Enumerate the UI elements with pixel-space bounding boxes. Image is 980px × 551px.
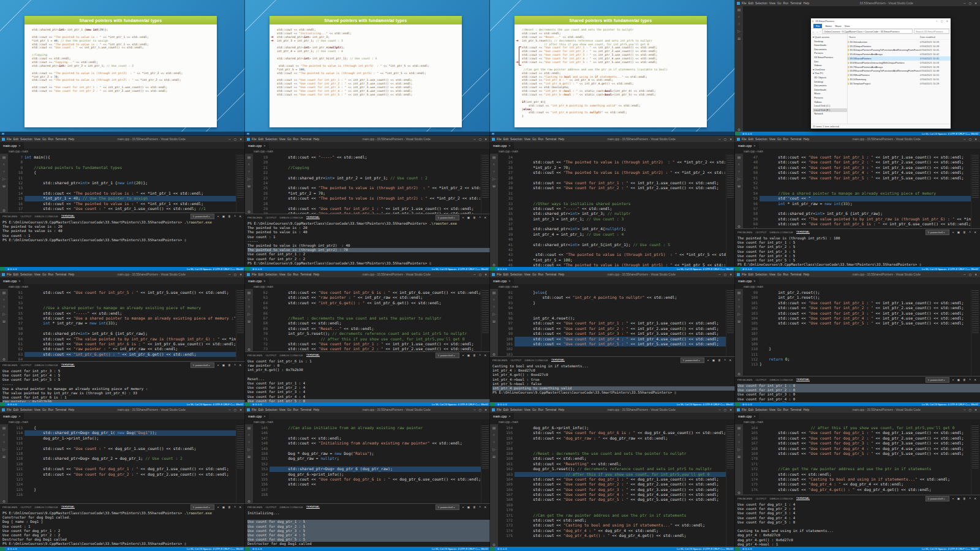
file-row[interactable]: ▮33.9WeakPointers 07/04/2021 10:55File f… [848,73,951,77]
tab-close-icon[interactable]: × [508,279,510,283]
panel-tab-debug-console[interactable]: DEBUG CONSOLE [279,216,303,219]
panel-tab-problems[interactable]: PROBLEMS [492,359,507,362]
search-icon[interactable]: ⌕ [493,162,495,167]
panel-tab-debug-console[interactable]: DEBUG CONSOLE [279,354,303,357]
search-icon[interactable]: ⌕ [493,433,495,437]
window-controls[interactable]: ─ ▢ ✕ [473,273,488,276]
extensions-icon[interactable]: ⊞ [2,319,6,323]
files-icon[interactable]: ▤ [2,290,6,294]
settings-gear-icon[interactable]: ⚙ [2,208,6,212]
tab-close-icon[interactable]: × [508,414,510,418]
menu-item-run[interactable]: Run [48,273,53,276]
explorer-nav-item[interactable]: Pictures [813,96,847,100]
menu-item-file[interactable]: File [7,273,12,276]
editor[interactable]: 1541551561571581591601611621631641651661… [498,424,735,547]
menu-item-run[interactable]: Run [293,408,298,411]
files-icon[interactable]: ▤ [492,425,496,430]
run-debug-icon[interactable]: ▷ [737,176,741,181]
panel-tab-output[interactable]: OUTPUT [755,497,766,500]
panel-tab-problems[interactable]: PROBLEMS [737,231,752,234]
explorer-nav-item[interactable]: Local Disk (E:) [813,108,847,113]
menu-item-go[interactable]: Go [42,138,46,141]
breadcrumb[interactable]: main.cpp › main [0,419,245,424]
explorer-nav-item[interactable]: Desktop [813,80,847,84]
shell-selector[interactable]: 1: powershell ˅ [925,496,949,501]
status-bar[interactable]: ⊘ 0 ⚠ 0 Ln 55, Col 23 Spaces: 4 UTF-8 CR… [245,267,490,271]
menu-item-run[interactable]: Run [293,273,298,276]
remote-indicator[interactable] [490,402,495,407]
menu-item-help[interactable]: Help [558,408,564,411]
panel-tab-output[interactable]: OUTPUT [265,506,276,509]
terminal-output[interactable]: PS E:\OnlineCourses\9.CppMasterClass\Cou… [245,220,490,267]
terminal-action-icons[interactable]: + ▣ 🗑 ˄ ✕ [217,506,243,509]
problems-status[interactable]: ⊘ 0 ⚠ 0 [7,268,17,271]
menu-item-terminal[interactable]: Terminal [300,408,311,411]
file-row[interactable]: ▮33.3UniquePointersPassingToFunctionsAnd… [848,48,951,53]
file-row[interactable]: ▮33.2UniquePointers 07/04/2021 10:28File… [848,44,951,48]
terminal-action-icons[interactable]: + ▣ 🗑 ˄ ✕ [462,216,488,219]
window-controls[interactable]: ─ ▢ ✕ [473,138,488,141]
code-area[interactable]: std::cout << "Use count for int_ptr_1 : … [760,154,971,228]
terminal-action-icons[interactable]: + ▣ 🗑 ˄ ✕ [462,506,488,509]
status-bar[interactable]: ⊘ 0 ⚠ 0 Ln 55, Col 23 Spaces: 4 UTF-8 CR… [245,402,490,407]
menu-item-selection[interactable]: Selection [265,138,277,141]
panel-tab-problems[interactable]: PROBLEMS [247,216,262,219]
tab-main-cpp[interactable]: main.cpp × [490,142,514,149]
tab-main-cpp[interactable]: main.cpp × [490,413,514,419]
menu-item-selection[interactable]: Selection [20,408,32,411]
run-debug-icon[interactable]: ▷ [2,312,6,316]
window-controls[interactable]: ─ ▢ ✕ [718,273,733,276]
shell-selector[interactable]: 1: powershell ˅ [190,362,214,368]
panel-tab-problems[interactable]: PROBLEMS [247,354,262,357]
panel-tab-debug-console[interactable]: DEBUG CONSOLE [34,215,58,218]
minimap[interactable] [971,154,980,228]
menu-item-view[interactable]: View [769,408,775,411]
menu-item-run[interactable]: Run [783,273,788,276]
menu-item-selection[interactable]: Selection [265,408,277,411]
menu-item-terminal[interactable]: Terminal [545,273,556,276]
menu-item-help[interactable]: Help [558,138,564,141]
menu-item-selection[interactable]: Selection [20,273,32,276]
menu-item-terminal[interactable]: Terminal [55,408,66,411]
explorer-nav-item[interactable]: Downloads [813,43,847,48]
minimap[interactable] [481,289,490,351]
menu-item-help[interactable]: Help [558,273,564,276]
editor[interactable]: 789101112131415161718 int main(){ //shar… [8,154,245,212]
menu-item-view[interactable]: View [279,138,285,141]
extensions-icon[interactable]: ⊞ [247,184,251,188]
editor[interactable]: 164165166167168169170171172173174175176 … [743,424,980,495]
menu-item-file[interactable]: File [252,408,257,411]
problems-status[interactable]: ⊘ 0 ⚠ 0 [742,547,752,550]
extensions-icon[interactable]: ⊞ [2,454,6,459]
settings-gear-icon[interactable]: ⚙ [247,209,251,214]
run-debug-icon[interactable]: ▷ [737,447,741,451]
breadcrumb[interactable]: main.cpp › main [735,419,980,424]
source-control-icon[interactable]: ⑂ [248,440,251,444]
breadcrumb[interactable]: main.cpp › main [735,284,980,289]
menu-item-selection[interactable]: Selection [510,138,522,141]
panel-tab-output[interactable]: OUTPUT [265,216,276,219]
search-icon[interactable]: ⌕ [3,298,5,302]
remote-indicator[interactable] [735,547,740,551]
menu-item-go[interactable]: Go [287,138,291,141]
remote-indicator[interactable] [0,402,5,407]
panel-tab-problems[interactable]: PROBLEMS [737,497,752,500]
windows-taskbar[interactable] [245,132,490,136]
menu-item-edit[interactable]: Edit [13,408,18,411]
files-icon[interactable]: ▤ [2,425,6,430]
files-icon[interactable]: ▤ [247,290,251,294]
remote-indicator[interactable] [735,132,740,136]
status-right[interactable]: Ln 55, Col 23 Spaces: 4 UTF-8 CRLF C++ W… [432,268,488,271]
menu-item-go[interactable]: Go [532,408,536,411]
problems-status[interactable]: ⊘ 0 ⚠ 0 [742,268,752,271]
remote-indicator[interactable] [490,547,495,551]
menu-item-help[interactable]: Help [313,138,319,141]
menu-item-edit[interactable]: Edit [503,138,508,141]
status-right[interactable]: Ln 55, Col 23 Spaces: 4 UTF-8 CRLF C++ W… [677,403,733,406]
menu-item-view[interactable]: View [279,273,285,276]
terminal-output[interactable]: Initializing... Use count for dog_ptr_1 … [245,510,490,547]
code-area[interactable]: std::cout << "Use count for int_ptr_5 : … [24,289,236,361]
window-controls[interactable]: ─ ▢ ✕ [718,408,733,411]
editor[interactable]: 1131141151161171181191201211221231241251… [8,424,245,503]
menu-item-help[interactable]: Help [68,408,74,411]
